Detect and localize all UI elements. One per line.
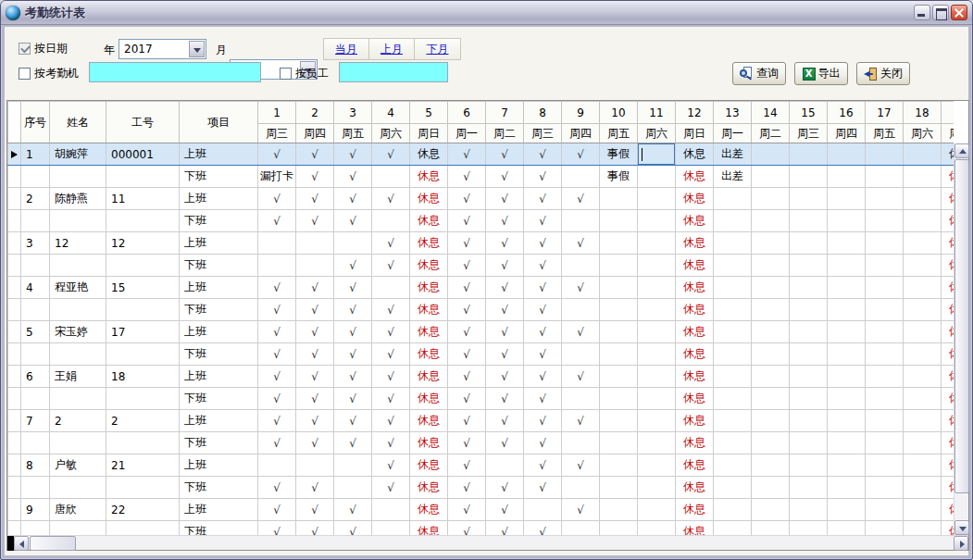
grid-cell[interactable] bbox=[638, 366, 676, 388]
grid-cell[interactable] bbox=[600, 255, 638, 277]
grid-cell[interactable]: √ bbox=[258, 277, 296, 299]
by-date-checkbox[interactable]: 按日期 bbox=[19, 41, 68, 56]
grid-cell[interactable]: 休息 bbox=[942, 366, 954, 388]
grid-cell[interactable]: √ bbox=[486, 299, 524, 321]
grid-cell[interactable] bbox=[904, 321, 942, 343]
grid-cell[interactable] bbox=[752, 343, 790, 366]
grid-cell[interactable] bbox=[866, 388, 904, 410]
grid-cell[interactable] bbox=[752, 499, 790, 521]
employee-id-cell[interactable] bbox=[106, 166, 180, 188]
grid-cell[interactable]: √ bbox=[372, 388, 410, 410]
grid-cell[interactable]: 休息 bbox=[942, 499, 954, 521]
vertical-scrollbar[interactable] bbox=[954, 143, 968, 535]
grid-cell[interactable]: √ bbox=[524, 321, 562, 343]
seq-cell[interactable] bbox=[21, 299, 50, 321]
seq-cell[interactable] bbox=[21, 255, 50, 277]
grid-cell[interactable] bbox=[638, 255, 676, 277]
name-cell[interactable] bbox=[50, 299, 106, 321]
export-button[interactable]: 导出 bbox=[794, 62, 848, 85]
grid-cell[interactable] bbox=[296, 454, 334, 477]
employee-id-cell[interactable] bbox=[106, 255, 180, 277]
seq-cell[interactable] bbox=[21, 521, 50, 536]
grid-cell[interactable]: 休息 bbox=[410, 366, 448, 388]
grid-cell[interactable]: √ bbox=[372, 299, 410, 321]
seq-cell[interactable] bbox=[21, 166, 50, 188]
grid-cell[interactable] bbox=[828, 166, 866, 188]
grid-cell[interactable]: √ bbox=[334, 499, 372, 521]
grid-cell[interactable] bbox=[828, 277, 866, 299]
scrollbar-split-box[interactable] bbox=[7, 536, 14, 551]
grid-cell[interactable]: √ bbox=[448, 366, 486, 388]
grid-cell[interactable] bbox=[904, 388, 942, 410]
grid-cell[interactable]: √ bbox=[486, 188, 524, 210]
grid-cell[interactable] bbox=[828, 454, 866, 477]
grid-cell[interactable]: √ bbox=[448, 188, 486, 210]
grid-cell[interactable]: √ bbox=[296, 432, 334, 454]
grid-cell[interactable] bbox=[904, 232, 942, 255]
grid-cell[interactable] bbox=[524, 499, 562, 521]
name-cell[interactable] bbox=[50, 477, 106, 499]
shift-cell[interactable]: 下班 bbox=[180, 432, 258, 454]
grid-cell[interactable]: 休息 bbox=[410, 388, 448, 410]
grid-cell[interactable] bbox=[714, 477, 752, 499]
name-cell[interactable]: 2 bbox=[50, 410, 106, 432]
grid-cell[interactable] bbox=[600, 188, 638, 210]
grid-cell[interactable]: √ bbox=[334, 299, 372, 321]
grid-cell[interactable]: √ bbox=[334, 166, 372, 188]
grid-cell[interactable] bbox=[714, 188, 752, 210]
grid-cell[interactable]: √ bbox=[486, 521, 524, 536]
year-select[interactable]: 2017 bbox=[119, 39, 206, 59]
shift-cell[interactable]: 上班 bbox=[180, 277, 258, 299]
shift-cell[interactable]: 上班 bbox=[180, 410, 258, 432]
grid-cell[interactable]: √ bbox=[258, 343, 296, 366]
grid-cell[interactable]: 休息 bbox=[676, 188, 714, 210]
grid-cell[interactable]: 休息 bbox=[676, 454, 714, 477]
grid-cell[interactable]: √ bbox=[372, 366, 410, 388]
grid-cell[interactable]: √ bbox=[448, 388, 486, 410]
row-indicator-cell[interactable] bbox=[8, 210, 21, 232]
grid-cell[interactable]: √ bbox=[334, 521, 372, 536]
grid-cell[interactable]: √ bbox=[562, 410, 600, 432]
name-cell[interactable]: 陈静燕 bbox=[50, 188, 106, 210]
grid-cell[interactable]: √ bbox=[296, 277, 334, 299]
grid-cell[interactable] bbox=[714, 232, 752, 255]
row-indicator-cell[interactable] bbox=[8, 366, 21, 388]
grid-cell[interactable]: 休息 bbox=[942, 388, 954, 410]
grid-cell[interactable]: √ bbox=[448, 299, 486, 321]
grid-cell[interactable]: √ bbox=[334, 210, 372, 232]
employee-id-cell[interactable]: 22 bbox=[106, 499, 180, 521]
grid-cell[interactable]: 休息 bbox=[676, 143, 714, 166]
grid-cell[interactable] bbox=[866, 432, 904, 454]
grid-cell[interactable] bbox=[600, 232, 638, 255]
row-indicator-cell[interactable] bbox=[8, 321, 21, 343]
grid-cell[interactable]: √ bbox=[448, 166, 486, 188]
grid-cell[interactable] bbox=[562, 210, 600, 232]
grid-cell[interactable] bbox=[334, 477, 372, 499]
grid-cell[interactable]: 休息 bbox=[942, 188, 954, 210]
row-indicator-cell[interactable] bbox=[8, 277, 21, 299]
row-indicator-cell[interactable] bbox=[8, 143, 21, 166]
grid-cell[interactable]: 休息 bbox=[410, 166, 448, 188]
grid-cell[interactable]: √ bbox=[524, 454, 562, 477]
grid-cell[interactable] bbox=[600, 410, 638, 432]
grid-cell[interactable] bbox=[752, 366, 790, 388]
grid-cell[interactable]: √ bbox=[334, 321, 372, 343]
grid-cell[interactable]: √ bbox=[524, 188, 562, 210]
grid-cell[interactable]: √ bbox=[296, 299, 334, 321]
grid-cell[interactable] bbox=[828, 521, 866, 536]
employee-id-cell[interactable]: 12 bbox=[106, 232, 180, 255]
seq-cell[interactable]: 1 bbox=[21, 143, 50, 166]
grid-cell[interactable] bbox=[790, 454, 828, 477]
grid-cell[interactable] bbox=[904, 366, 942, 388]
employee-id-cell[interactable]: 11 bbox=[106, 188, 180, 210]
grid-cell[interactable] bbox=[866, 521, 904, 536]
grid-cell[interactable] bbox=[904, 477, 942, 499]
grid-cell[interactable] bbox=[334, 232, 372, 255]
name-cell[interactable] bbox=[50, 432, 106, 454]
grid-cell[interactable] bbox=[600, 388, 638, 410]
by-device-checkbox[interactable]: 按考勤机 bbox=[19, 66, 79, 81]
grid-cell[interactable] bbox=[828, 321, 866, 343]
grid-cell[interactable] bbox=[866, 410, 904, 432]
grid-cell[interactable]: 休息 bbox=[676, 477, 714, 499]
current-month-button[interactable]: 当月 bbox=[324, 39, 369, 59]
